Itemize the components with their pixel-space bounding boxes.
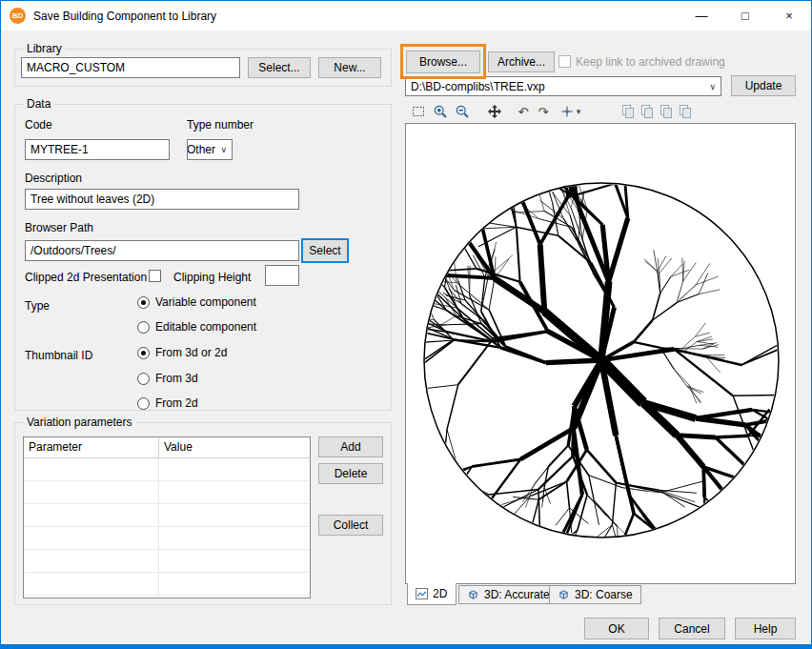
zoom-in-icon[interactable] bbox=[431, 102, 450, 121]
tab-3d-accurate[interactable]: 3D: Accurate bbox=[458, 585, 558, 604]
dialog-window: BD Save Building Component to Library — … bbox=[0, 0, 812, 649]
delete-button[interactable]: Delete bbox=[318, 463, 383, 484]
library-select-button[interactable]: Select... bbox=[248, 57, 311, 78]
chevron-down-icon: ∨ bbox=[705, 82, 716, 91]
maximize-icon[interactable]: □ bbox=[723, 1, 767, 30]
table-header-row: Parameter Value bbox=[24, 437, 310, 458]
data-group-label: Data bbox=[23, 97, 54, 112]
radio-button-icon bbox=[137, 397, 150, 410]
type-label: Type bbox=[25, 299, 50, 313]
preview-viewport[interactable] bbox=[405, 123, 796, 584]
keep-link-checkbox[interactable] bbox=[558, 55, 571, 68]
data-group: Data Code Type number MYTREE-1 Other ∨ D… bbox=[14, 104, 392, 411]
radio-button-icon bbox=[137, 321, 150, 334]
description-input[interactable]: Tree without leaves (2D) bbox=[25, 189, 299, 210]
code-input[interactable]: MYTREE-1 bbox=[25, 139, 170, 160]
tab-label: 3D: Coarse bbox=[575, 588, 633, 601]
2d-drawing-icon bbox=[416, 588, 428, 599]
radio-label: From 3d or 2d bbox=[155, 346, 227, 359]
radio-button-icon bbox=[137, 373, 150, 385]
type-number-value: Other bbox=[187, 143, 215, 156]
app-logo-icon: BD bbox=[10, 8, 26, 24]
add-button[interactable]: Add bbox=[318, 436, 383, 457]
description-label: Description bbox=[25, 172, 82, 185]
archive-path-value: D:\BD-complibs\TREE.vxp bbox=[411, 80, 545, 93]
table-row[interactable] bbox=[24, 504, 310, 527]
keep-link-label: Keep link to archived drawing bbox=[576, 55, 725, 69]
column-header-value: Value bbox=[159, 437, 310, 457]
chevron-down-icon: ∨ bbox=[216, 145, 227, 154]
table-row[interactable] bbox=[24, 573, 310, 596]
column-header-parameter: Parameter bbox=[24, 437, 159, 457]
tab-2d[interactable]: 2D bbox=[407, 583, 457, 605]
update-button[interactable]: Update bbox=[731, 75, 796, 96]
library-group-label: Library bbox=[23, 42, 66, 56]
table-row[interactable] bbox=[24, 527, 310, 550]
library-group: Library MACRO_CUSTOM Select... New... bbox=[14, 49, 392, 87]
thumbnail-id-label: Thumbnail ID bbox=[25, 349, 92, 362]
window-title: Save Building Component to Library bbox=[33, 10, 216, 23]
radio-button-icon bbox=[137, 347, 150, 359]
pan-icon[interactable] bbox=[485, 102, 504, 121]
table-row[interactable] bbox=[24, 550, 310, 573]
radio-label: From 3d bbox=[155, 372, 198, 385]
variation-table[interactable]: Parameter Value bbox=[23, 436, 311, 598]
rotate-cw-icon[interactable]: ↷ bbox=[534, 102, 553, 121]
library-name-input[interactable]: MACRO_CUSTOM bbox=[21, 57, 240, 78]
code-label: Code bbox=[25, 118, 52, 132]
radio-label: From 2d bbox=[155, 396, 198, 410]
browser-path-select-button[interactable]: Select bbox=[301, 238, 349, 263]
rotate-ccw-icon[interactable]: ↶ bbox=[514, 102, 533, 121]
radio-button-icon bbox=[137, 296, 150, 309]
archive-path-dropdown[interactable]: D:\BD-complibs\TREE.vxp ∨ bbox=[405, 76, 721, 96]
type-number-label: Type number bbox=[187, 118, 254, 132]
copy-view-icon[interactable] bbox=[619, 102, 638, 121]
copy-view-2-icon[interactable] bbox=[638, 102, 657, 121]
radio-from-3d[interactable]: From 3d bbox=[137, 372, 198, 385]
3d-cube-icon bbox=[467, 589, 479, 600]
browse-button[interactable]: Browse... bbox=[406, 51, 480, 73]
tab-3d-coarse[interactable]: 3D: Coarse bbox=[549, 585, 641, 604]
table-row[interactable] bbox=[24, 481, 310, 504]
window-bottom-border bbox=[1, 644, 811, 648]
variation-group-label: Variation parameters bbox=[23, 416, 136, 430]
archive-button[interactable]: Archive... bbox=[488, 51, 555, 72]
tab-label: 3D: Accurate bbox=[484, 588, 550, 601]
paste-view-2-icon[interactable] bbox=[676, 102, 695, 121]
cancel-button[interactable]: Cancel bbox=[659, 618, 725, 639]
radio-variable-component[interactable]: Variable component bbox=[137, 295, 256, 309]
table-row[interactable] bbox=[24, 458, 310, 481]
radio-label: Variable component bbox=[155, 295, 256, 309]
tree-preview bbox=[406, 124, 795, 583]
clipping-height-input[interactable] bbox=[265, 265, 299, 286]
collect-button[interactable]: Collect bbox=[318, 515, 383, 536]
radio-from-2d[interactable]: From 2d bbox=[137, 396, 198, 410]
clipped-2d-label: Clipped 2d Presentation bbox=[25, 271, 147, 284]
browser-path-input[interactable]: /Outdoors/Trees/ bbox=[25, 240, 299, 261]
3d-cube-icon bbox=[558, 589, 570, 600]
type-number-dropdown[interactable]: Other ∨ bbox=[187, 139, 233, 160]
clipping-height-label: Clipping Height bbox=[173, 271, 251, 284]
zoom-out-icon[interactable] bbox=[453, 102, 472, 121]
close-icon[interactable]: × bbox=[767, 1, 811, 30]
help-button[interactable]: Help bbox=[735, 618, 796, 639]
library-new-button[interactable]: New... bbox=[318, 57, 381, 78]
window-controls: — □ × bbox=[680, 1, 811, 30]
browser-path-label: Browser Path bbox=[25, 221, 93, 234]
ok-button[interactable]: OK bbox=[584, 618, 649, 639]
variation-group: Variation parameters Parameter Value Add… bbox=[14, 422, 392, 605]
radio-from-3d-or-2d[interactable]: From 3d or 2d bbox=[137, 346, 227, 359]
zoom-window-icon[interactable] bbox=[409, 102, 428, 121]
toolbar-dropdown-icon[interactable]: ▾ bbox=[573, 102, 584, 121]
clipped-2d-checkbox[interactable] bbox=[149, 270, 161, 282]
radio-editable-component[interactable]: Editable component bbox=[137, 320, 256, 334]
paste-view-icon[interactable] bbox=[657, 102, 676, 121]
minimize-icon[interactable]: — bbox=[680, 1, 723, 30]
title-bar: BD Save Building Component to Library — … bbox=[1, 1, 811, 30]
radio-label: Editable component bbox=[155, 320, 256, 334]
tab-label: 2D bbox=[433, 587, 447, 600]
